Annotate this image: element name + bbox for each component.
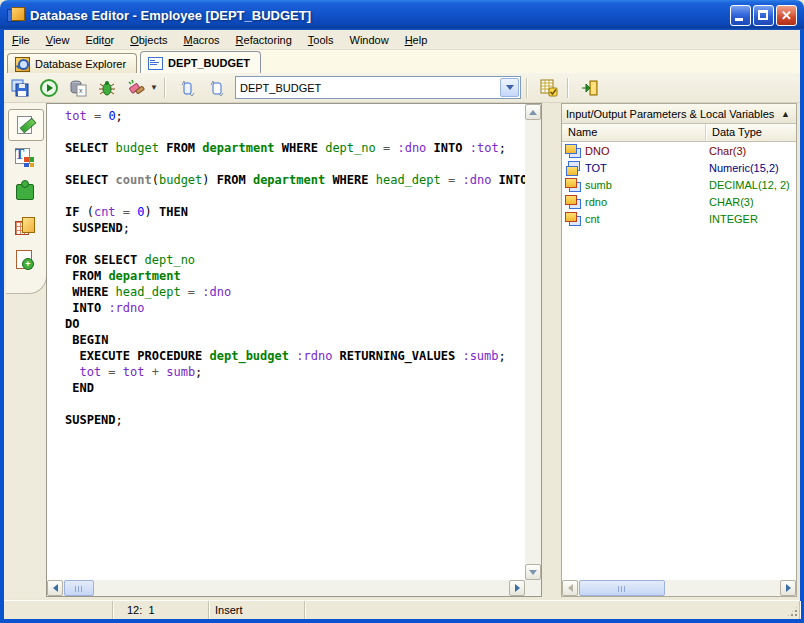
code-line-17[interactable]: tot = tot + sumb; [65, 364, 525, 380]
menu-macros[interactable]: Macros [175, 32, 227, 48]
debug-button[interactable] [94, 76, 120, 100]
code-line-16[interactable]: EXECUTE PROCEDURE dept_budget :rdno RETU… [65, 348, 525, 364]
sidebar-tab-dependencies[interactable] [8, 177, 42, 207]
code-line-19[interactable] [65, 396, 525, 412]
tab-dept-budget[interactable]: DEPT_BUDGET [140, 51, 261, 73]
scroll-up-button[interactable] [525, 104, 541, 120]
param-row-tot[interactable]: TOTNumeric(15,2) [562, 159, 796, 176]
code-token: THEN [159, 205, 188, 219]
param-row-rdno[interactable]: rdnoCHAR(3) [562, 193, 796, 210]
param-row-dno[interactable]: DNOChar(3) [562, 142, 796, 159]
menu-file[interactable]: File [4, 32, 38, 48]
code-token: SELECT [65, 141, 108, 155]
exit-button[interactable] [577, 76, 603, 100]
code-line-9[interactable] [65, 236, 525, 252]
prepare-button[interactable] [536, 76, 562, 100]
code-line-8[interactable]: SUSPEND; [65, 220, 525, 236]
code-line-7[interactable]: IF (cnt = 0) THEN [65, 204, 525, 220]
code-line-13[interactable]: INTO :rdno [65, 300, 525, 316]
create-script-button[interactable]: x [65, 76, 91, 100]
code-token: ( [79, 205, 93, 219]
code-line-3[interactable]: SELECT budget FROM department WHERE dept… [65, 140, 525, 156]
combobox-dropdown-button[interactable] [500, 78, 519, 97]
code-line-15[interactable]: BEGIN [65, 332, 525, 348]
code-line-1[interactable]: tot = 0; [65, 108, 525, 124]
scrollbar-thumb[interactable] [64, 580, 94, 596]
sidebar-tab-edit[interactable] [8, 109, 44, 141]
menu-refactoring[interactable]: Refactoring [228, 32, 300, 48]
sort-input-params-button[interactable] [174, 76, 200, 100]
menu-window[interactable]: Window [342, 32, 397, 48]
code-token: ; [499, 141, 506, 155]
code-line-6[interactable] [65, 188, 525, 204]
sidebar-tab-data[interactable] [8, 211, 42, 241]
code-line-10[interactable]: FOR SELECT dept_no [65, 252, 525, 268]
maximize-button[interactable] [753, 5, 774, 26]
param-data-type: INTEGER [709, 213, 796, 225]
code-line-18[interactable]: END [65, 380, 525, 396]
close-button[interactable]: ✕ [776, 5, 797, 26]
run-button[interactable] [36, 76, 62, 100]
code-token [202, 349, 209, 363]
param-row-cnt[interactable]: cntINTEGER [562, 210, 796, 227]
sidebar-tab-description[interactable]: T [8, 143, 42, 173]
param-row-sumb[interactable]: sumbDECIMAL(12, 2) [562, 176, 796, 193]
code-token: WHERE [282, 141, 318, 155]
sidebar-tab-ddl[interactable]: + [8, 245, 42, 275]
column-header-data-type[interactable]: Data Type [706, 124, 768, 141]
menu-objects[interactable]: Objects [122, 32, 175, 48]
code-token: ; [499, 349, 506, 363]
code-line-20[interactable]: SUSPEND; [65, 412, 525, 428]
code-token: department [253, 173, 325, 187]
code-line-14[interactable]: DO [65, 316, 525, 332]
editor-vertical-scrollbar[interactable] [525, 104, 541, 580]
toolbar-separator [164, 78, 166, 98]
sort-output-params-button[interactable] [203, 76, 229, 100]
menu-editor[interactable]: Editor [77, 32, 122, 48]
code-line-5[interactable]: SELECT count(budget) FROM department WHE… [65, 172, 525, 188]
code-token: INTO [72, 301, 101, 315]
code-token: ; [116, 109, 123, 123]
menu-help[interactable]: Help [397, 32, 436, 48]
parameters-panel-header: Input/Output Parameters & Local Variable… [562, 104, 796, 124]
minimize-button[interactable] [730, 5, 751, 26]
title-bar[interactable]: Database Editor - Employee [DEPT_BUDGET]… [0, 0, 804, 30]
code-token: SELECT [65, 173, 108, 187]
sql-code[interactable]: tot = 0; SELECT budget FROM department W… [47, 104, 525, 580]
save-button[interactable] [7, 76, 33, 100]
code-token: :sumb [462, 349, 498, 363]
code-line-11[interactable]: FROM department [65, 268, 525, 284]
code-token: dept_no [325, 141, 376, 155]
code-token [491, 173, 498, 187]
code-token: tot [65, 109, 87, 123]
scroll-left-button[interactable] [47, 580, 63, 596]
code-line-12[interactable]: WHERE head_dept = :dno [65, 284, 525, 300]
code-token: head_dept [116, 285, 181, 299]
parameter-icon [565, 195, 581, 209]
panel-splitter[interactable] [542, 103, 561, 598]
code-line-4[interactable] [65, 156, 525, 172]
scroll-left-button[interactable] [562, 580, 578, 596]
params-column-headers: Name Data Type [562, 124, 796, 142]
bug-icon [98, 79, 116, 97]
rollback-button[interactable] [123, 76, 149, 100]
tab-database-explorer[interactable]: Database Explorer [7, 53, 137, 73]
code-line-2[interactable] [65, 124, 525, 140]
scroll-down-button[interactable] [525, 564, 541, 580]
menu-tools[interactable]: Tools [300, 32, 342, 48]
object-combobox[interactable]: DEPT_BUDGET [235, 76, 521, 99]
rollback-dropdown-arrow[interactable]: ▼ [149, 76, 159, 100]
editor-horizontal-scrollbar[interactable] [47, 580, 525, 596]
scroll-right-button[interactable] [509, 580, 525, 596]
column-header-name[interactable]: Name [562, 124, 706, 141]
code-editor[interactable]: tot = 0; SELECT budget FROM department W… [46, 103, 542, 597]
scrollbar-thumb[interactable] [579, 580, 665, 596]
code-token [108, 173, 115, 187]
scroll-right-button[interactable] [780, 580, 796, 596]
menu-view[interactable]: View [38, 32, 78, 48]
code-token: = [101, 365, 123, 379]
params-horizontal-scrollbar[interactable] [562, 580, 796, 596]
sort-asc-icon [178, 79, 196, 97]
content-area: T + tot = 0; SELECT b [4, 103, 800, 598]
collapse-panel-icon[interactable]: ▲ [779, 109, 792, 119]
